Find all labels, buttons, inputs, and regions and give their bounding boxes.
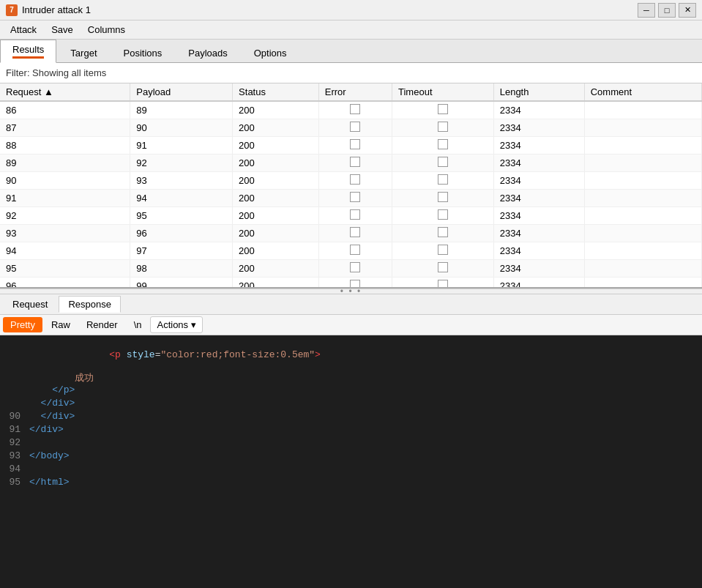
- cell-status: 200: [233, 278, 319, 289]
- cell-status: 200: [233, 260, 319, 278]
- inner-tab-newline[interactable]: \n: [127, 317, 149, 332]
- col-timeout[interactable]: Timeout: [392, 83, 494, 101]
- code-line: <p style="color:red;font-size:0.5em">: [0, 338, 702, 371]
- col-status[interactable]: Status: [233, 83, 319, 101]
- cell-payload: 98: [130, 260, 233, 278]
- sub-tab-response[interactable]: Response: [59, 296, 121, 313]
- code-line: </p>: [0, 384, 702, 398]
- col-comment[interactable]: Comment: [584, 83, 701, 101]
- cell-comment: [584, 260, 701, 278]
- tab-target[interactable]: Target: [58, 43, 109, 62]
- minimize-button[interactable]: ─: [638, 3, 655, 18]
- cell-request: 88: [0, 137, 130, 155]
- code-view: <p style="color:red;font-size:0.5em"> 成功…: [0, 335, 702, 588]
- cell-comment: [584, 225, 701, 242]
- sub-tab-request[interactable]: Request: [3, 296, 57, 313]
- tab-results[interactable]: Results: [0, 40, 56, 63]
- cell-payload: 97: [130, 242, 233, 260]
- cell-payload: 93: [130, 172, 233, 190]
- cell-timeout: [392, 172, 494, 190]
- cell-error: [318, 155, 392, 172]
- inner-tab-pretty[interactable]: Pretty: [3, 317, 42, 332]
- col-length[interactable]: Length: [493, 83, 584, 101]
- cell-error: [318, 101, 392, 119]
- filter-bar: Filter: Showing all items: [0, 63, 702, 83]
- table-header-row: Request ▲ Payload Status Error Timeout L…: [0, 83, 702, 101]
- cell-payload: 91: [130, 137, 233, 155]
- cell-comment: [584, 101, 701, 119]
- table-row[interactable]: 90 93 200 2334: [0, 172, 702, 190]
- cell-error: [318, 119, 392, 137]
- col-request[interactable]: Request ▲: [0, 83, 130, 101]
- code-line: 90 </div>: [0, 411, 702, 424]
- table-row[interactable]: 86 89 200 2334: [0, 101, 702, 119]
- cell-timeout: [392, 101, 494, 119]
- cell-status: 200: [233, 190, 319, 207]
- results-table: Request ▲ Payload Status Error Timeout L…: [0, 83, 702, 289]
- cell-length: 2334: [493, 155, 584, 172]
- cell-timeout: [392, 207, 494, 225]
- table-row[interactable]: 93 96 200 2334: [0, 225, 702, 242]
- main-container: Request ▲ Payload Status Error Timeout L…: [0, 83, 702, 588]
- cell-status: 200: [233, 207, 319, 225]
- close-button[interactable]: ✕: [679, 3, 696, 18]
- cell-length: 2334: [493, 172, 584, 190]
- code-line: 95 </html>: [0, 477, 702, 490]
- table-row[interactable]: 94 97 200 2334: [0, 242, 702, 260]
- app-icon: 7: [6, 4, 18, 16]
- table-row[interactable]: 92 95 200 2334: [0, 207, 702, 225]
- sub-tab-bar: Request Response: [0, 294, 702, 315]
- cell-length: 2334: [493, 207, 584, 225]
- cell-payload: 96: [130, 225, 233, 242]
- cell-error: [318, 242, 392, 260]
- table-row[interactable]: 95 98 200 2334: [0, 260, 702, 278]
- maximize-button[interactable]: □: [658, 3, 676, 18]
- tab-payloads[interactable]: Payloads: [176, 43, 239, 62]
- cell-comment: [584, 119, 701, 137]
- tab-positions[interactable]: Positions: [111, 43, 175, 62]
- actions-label: Actions: [157, 319, 188, 330]
- divider-handle[interactable]: • • •: [0, 289, 702, 294]
- cell-payload: 90: [130, 119, 233, 137]
- cell-request: 92: [0, 207, 130, 225]
- cell-comment: [584, 278, 701, 289]
- table-row[interactable]: 88 91 200 2334: [0, 137, 702, 155]
- menu-attack[interactable]: Attack: [3, 23, 44, 37]
- col-payload[interactable]: Payload: [130, 83, 233, 101]
- cell-length: 2334: [493, 242, 584, 260]
- table-row[interactable]: 89 92 200 2334: [0, 155, 702, 172]
- cell-comment: [584, 207, 701, 225]
- cell-status: 200: [233, 172, 319, 190]
- dropdown-arrow-icon: ▾: [191, 319, 196, 330]
- inner-tab-raw[interactable]: Raw: [44, 317, 78, 332]
- cell-timeout: [392, 260, 494, 278]
- table-row[interactable]: 91 94 200 2334: [0, 190, 702, 207]
- tab-options[interactable]: Options: [242, 43, 299, 62]
- cell-length: 2334: [493, 190, 584, 207]
- menu-columns[interactable]: Columns: [81, 23, 132, 37]
- cell-error: [318, 225, 392, 242]
- inner-tab-bar: Pretty Raw Render \n Actions ▾: [0, 315, 702, 335]
- inner-tab-render[interactable]: Render: [79, 317, 125, 332]
- code-line: 92: [0, 437, 702, 450]
- window-controls: ─ □ ✕: [638, 3, 696, 18]
- cell-request: 87: [0, 119, 130, 137]
- cell-request: 96: [0, 278, 130, 289]
- results-table-wrapper: Request ▲ Payload Status Error Timeout L…: [0, 83, 702, 289]
- cell-status: 200: [233, 101, 319, 119]
- cell-length: 2334: [493, 278, 584, 289]
- actions-dropdown[interactable]: Actions ▾: [150, 316, 203, 333]
- cell-status: 200: [233, 155, 319, 172]
- cell-payload: 92: [130, 155, 233, 172]
- cell-comment: [584, 137, 701, 155]
- cell-payload: 89: [130, 101, 233, 119]
- bottom-panel: Request Response Pretty Raw Render \n Ac…: [0, 294, 702, 588]
- col-error[interactable]: Error: [318, 83, 392, 101]
- cell-length: 2334: [493, 119, 584, 137]
- cell-timeout: [392, 242, 494, 260]
- main-tab-bar: Results Target Positions Payloads Option…: [0, 40, 702, 63]
- table-row[interactable]: 87 90 200 2334: [0, 119, 702, 137]
- menu-save[interactable]: Save: [44, 23, 81, 37]
- cell-error: [318, 260, 392, 278]
- cell-timeout: [392, 278, 494, 289]
